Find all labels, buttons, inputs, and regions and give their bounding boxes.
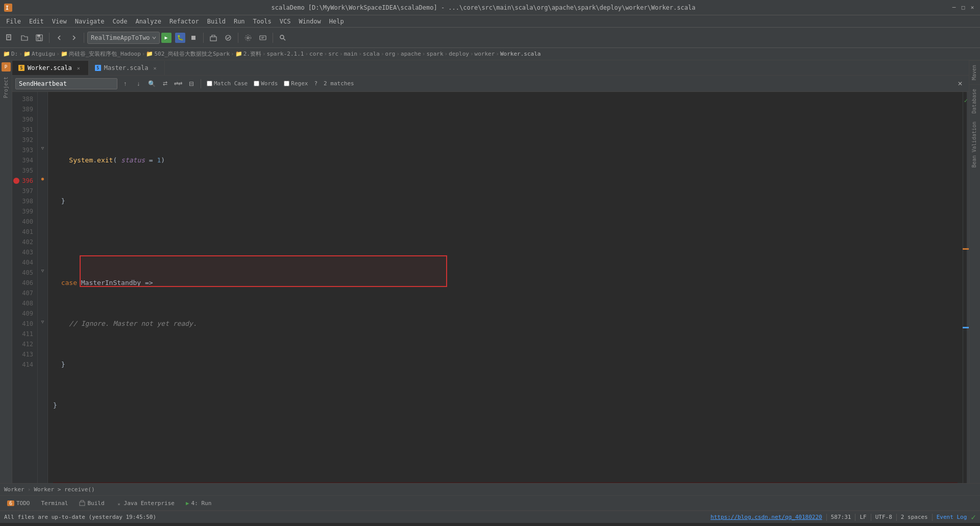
database-panel-label[interactable]: Database bbox=[969, 84, 980, 117]
search-input[interactable]: SendHeartbeat bbox=[15, 78, 117, 89]
window-controls[interactable]: ─ □ ✕ bbox=[950, 4, 976, 11]
project-icon[interactable]: P bbox=[2, 62, 11, 71]
build-tab[interactable]: Build bbox=[74, 496, 109, 510]
bc-worker-file[interactable]: Worker.scala bbox=[500, 51, 541, 57]
sdk-button[interactable] bbox=[256, 31, 270, 44]
cursor-position[interactable]: 587:31 bbox=[831, 514, 851, 520]
match-case-checkbox[interactable] bbox=[207, 81, 212, 86]
event-log[interactable]: Event Log bbox=[937, 514, 967, 520]
prev-match-button[interactable]: ↑ bbox=[119, 78, 131, 89]
bc-spark211[interactable]: spark-2.1.1 bbox=[267, 51, 304, 57]
tab-master-scala[interactable]: S Master.scala ✕ bbox=[89, 61, 165, 75]
bc-worker-dir[interactable]: worker bbox=[475, 51, 495, 57]
java-enterprise-tab[interactable]: Java Enterprise bbox=[111, 496, 180, 510]
back-button[interactable] bbox=[53, 31, 66, 44]
scrollbar[interactable]: ✓ bbox=[963, 92, 969, 483]
bc-core[interactable]: core bbox=[309, 51, 323, 57]
save-button[interactable] bbox=[33, 31, 46, 44]
tab-worker-scala[interactable]: S Worker.scala ✕ bbox=[12, 61, 89, 75]
menu-help[interactable]: Help bbox=[325, 17, 348, 26]
gutter-404 bbox=[38, 255, 47, 266]
ln-390: 390 bbox=[12, 114, 37, 125]
menu-file[interactable]: File bbox=[2, 17, 25, 26]
next-match-button[interactable]: ↓ bbox=[133, 78, 144, 89]
breakpoint-396-icon[interactable]: ● bbox=[41, 176, 44, 181]
svg-point-11 bbox=[247, 37, 249, 39]
words-checkbox[interactable] bbox=[254, 81, 259, 86]
gutter-411 bbox=[38, 327, 47, 337]
bc-spark[interactable]: 📁 502_尚硅谷大数据技之Spark bbox=[146, 50, 230, 58]
code-content[interactable]: System.exit( status = 1) } case MasterIn… bbox=[48, 92, 963, 483]
tab-worker-close[interactable]: ✕ bbox=[75, 64, 82, 71]
tab-master-close[interactable]: ✕ bbox=[151, 64, 158, 71]
minimize-button[interactable]: ─ bbox=[950, 4, 958, 11]
find-in-files-button[interactable]: 🔍 bbox=[146, 78, 157, 89]
code-line-394: } bbox=[53, 400, 958, 411]
terminal-tab[interactable]: Terminal bbox=[36, 496, 74, 510]
run-tab[interactable]: ▶ 4: Run bbox=[181, 496, 216, 510]
menu-window[interactable]: Window bbox=[295, 17, 325, 26]
menu-edit[interactable]: Edit bbox=[25, 17, 48, 26]
match-case-option[interactable]: Match Case bbox=[205, 79, 250, 88]
menu-analyze[interactable]: Analyze bbox=[131, 17, 165, 26]
bc-resources[interactable]: 📁 2.资料 bbox=[235, 50, 261, 58]
maven-panel-label[interactable]: Maven bbox=[969, 60, 980, 84]
todo-tab[interactable]: 6 TODO bbox=[2, 496, 35, 510]
line-sep[interactable]: LF bbox=[860, 514, 866, 520]
debug-button[interactable]: 🐛 bbox=[175, 33, 185, 43]
bottom-bc-receive[interactable]: Worker > receive() bbox=[34, 486, 94, 493]
gutter-409 bbox=[38, 306, 47, 317]
bc-apache[interactable]: apache bbox=[401, 51, 421, 57]
menu-code[interactable]: Code bbox=[109, 17, 132, 26]
run-config-dropdown[interactable]: RealTimeAppToTwo bbox=[87, 32, 160, 44]
bottom-bc-worker[interactable]: Worker bbox=[4, 486, 24, 493]
maximize-button[interactable]: □ bbox=[960, 4, 967, 11]
spaces[interactable]: 2 spaces bbox=[901, 514, 928, 520]
bc-drive[interactable]: 📁 D: bbox=[3, 51, 18, 57]
csdn-link[interactable]: https://blog.csdn.net/qq_40180220 bbox=[710, 514, 822, 520]
menu-build[interactable]: Build bbox=[203, 17, 230, 26]
bc-src[interactable]: src bbox=[328, 51, 338, 57]
build-button[interactable] bbox=[207, 31, 220, 44]
bc-org[interactable]: org bbox=[385, 51, 396, 57]
close-search-button[interactable]: ✕ bbox=[954, 78, 966, 89]
menu-run[interactable]: Run bbox=[230, 17, 249, 26]
new-project-button[interactable] bbox=[3, 31, 16, 44]
open-button[interactable] bbox=[18, 31, 31, 44]
fold-393-icon[interactable]: ▽ bbox=[41, 146, 44, 151]
menu-bar: File Edit View Navigate Code Analyze Ref… bbox=[0, 15, 980, 28]
replace-all-button[interactable]: ⇄⇄ bbox=[173, 78, 184, 89]
menu-view[interactable]: View bbox=[48, 17, 71, 26]
fold-405-icon[interactable]: ▽ bbox=[41, 268, 44, 273]
encoding[interactable]: UTF-8 bbox=[875, 514, 892, 520]
words-option[interactable]: Words bbox=[252, 79, 280, 88]
bean-validation-panel-label[interactable]: Bean Validation bbox=[969, 117, 980, 172]
run-button[interactable]: ▶ bbox=[161, 33, 172, 43]
search-everywhere-button[interactable] bbox=[276, 31, 289, 44]
replace-button[interactable]: ⇄ bbox=[159, 78, 170, 89]
project-label[interactable]: Project bbox=[3, 75, 9, 100]
stop-button[interactable] bbox=[187, 31, 200, 44]
bc-atguigu[interactable]: 📁 Atguigu bbox=[23, 51, 55, 57]
java-icon bbox=[116, 500, 122, 506]
menu-refactor[interactable]: Refactor bbox=[165, 17, 203, 26]
settings-button[interactable] bbox=[241, 31, 255, 44]
bc-scala-dir[interactable]: scala bbox=[363, 51, 380, 57]
forward-button[interactable] bbox=[67, 31, 81, 44]
coverage-button[interactable] bbox=[222, 31, 235, 44]
bc-hadoop[interactable]: 📁 尚硅谷_安装程序包_Hadoop bbox=[61, 50, 141, 58]
regex-help[interactable]: ? bbox=[312, 79, 320, 88]
menu-navigate[interactable]: Navigate bbox=[71, 17, 109, 26]
bc-deploy[interactable]: deploy bbox=[449, 51, 469, 57]
close-button[interactable]: ✕ bbox=[969, 4, 976, 11]
regex-option[interactable]: Regex bbox=[282, 79, 310, 88]
fold-410-icon[interactable]: ▽ bbox=[41, 319, 44, 324]
regex-checkbox[interactable] bbox=[284, 81, 289, 86]
bc-main[interactable]: main bbox=[344, 51, 358, 57]
filter-button[interactable]: ⊟ bbox=[186, 78, 197, 89]
menu-tools[interactable]: Tools bbox=[249, 17, 276, 26]
menu-vcs[interactable]: VCS bbox=[276, 17, 295, 26]
gutter-398 bbox=[38, 194, 47, 204]
svg-point-10 bbox=[226, 35, 231, 40]
bc-spark-pkg[interactable]: spark bbox=[426, 51, 443, 57]
